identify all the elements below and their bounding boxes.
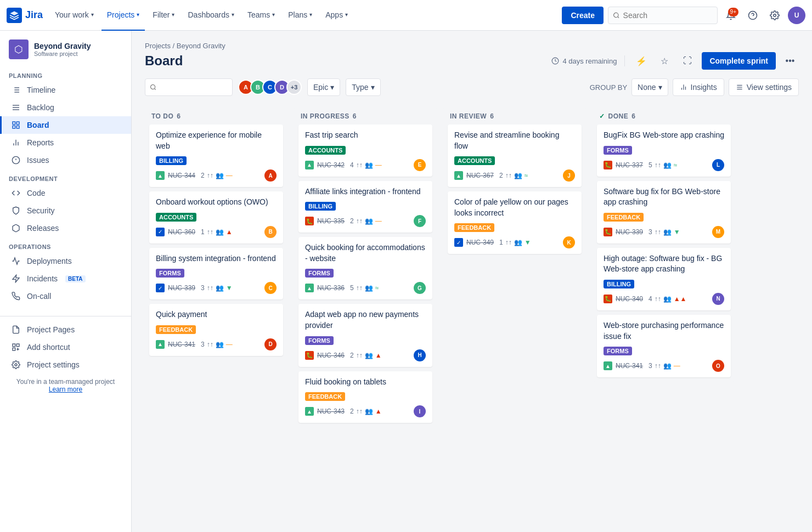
- card-nuc-340[interactable]: High outage: Software bug fix - BG Web-s…: [597, 248, 731, 310]
- nav-teams[interactable]: Teams ▾: [242, 0, 280, 31]
- svg-point-0: [614, 13, 618, 17]
- card-nuc-336[interactable]: Quick booking for accommodations - websi…: [298, 237, 432, 299]
- avatar-more[interactable]: +3: [286, 80, 302, 95]
- sidebar-item-add-shortcut[interactable]: Add shortcut: [0, 338, 131, 356]
- card-footer: 🐛 NUC-335 2 ↑↑ 👥 — F: [305, 215, 426, 227]
- card-nuc-367[interactable]: Revise and streamline booking flow ACCOU…: [448, 124, 582, 187]
- star-button[interactable]: ☆: [656, 52, 673, 70]
- breadcrumb-project-name[interactable]: Beyond Gravity: [177, 42, 225, 50]
- card-title: Software bug fix for BG Web-store app cr…: [604, 186, 724, 208]
- card-nuc-349[interactable]: Color of pale yellow on our pages looks …: [448, 191, 582, 254]
- sidebar-item-code[interactable]: Code: [0, 184, 131, 202]
- card-title: Optimize experience for mobile web: [156, 130, 277, 151]
- card-nuc-339[interactable]: Billing system integration - frontend FO…: [149, 248, 283, 300]
- deployments-label: Deployments: [27, 257, 72, 265]
- card-avatar: I: [414, 405, 426, 417]
- sidebar-item-project-pages[interactable]: Project Pages: [0, 321, 131, 338]
- group-by-dropdown[interactable]: None ▾: [631, 78, 668, 96]
- card-meta: 2 ↑↑ 👥 ▲: [350, 408, 382, 415]
- card-tag: FEEDBACK: [454, 223, 494, 232]
- svg-rect-14: [13, 122, 15, 124]
- card-tag: FORMS: [305, 336, 334, 345]
- type-filter-button[interactable]: Type ▾: [346, 78, 380, 96]
- releases-label: Releases: [27, 224, 59, 233]
- header-actions: 4 days remaining ⚡ ☆ ⛶ Complete sprint •…: [551, 52, 799, 70]
- backlog-label: Backlog: [27, 103, 54, 112]
- sidebar-item-project-settings[interactable]: Project settings: [0, 356, 131, 373]
- sidebar-item-backlog[interactable]: Backlog: [0, 99, 131, 116]
- user-avatar[interactable]: U: [788, 7, 805, 24]
- card-nuc-360[interactable]: Onboard workout options (OWO) ACCOUNTS ✓…: [149, 191, 283, 244]
- sidebar-item-on-call[interactable]: On-call: [0, 287, 131, 305]
- card-footer: 🐛 NUC-346 2 ↑↑ 👥 ▲ H: [305, 349, 426, 361]
- view-settings-button[interactable]: View settings: [729, 78, 799, 96]
- card-footer: ✓ NUC-360 1 ↑↑ 👥 ▲ B: [156, 226, 277, 238]
- beta-badge: BETA: [65, 275, 85, 282]
- card-nuc-343[interactable]: Fluid booking on tablets FEEDBACK ▲ NUC-…: [298, 371, 432, 423]
- column-cards-inreview: Revise and streamline booking flow ACCOU…: [443, 124, 586, 258]
- deployments-icon: [10, 257, 21, 265]
- card-footer: ▲ NUC-336 5 ↑↑ 👥 ≈ G: [305, 282, 426, 294]
- card-nuc-342[interactable]: Fast trip search ACCOUNTS ▲ NUC-342 4 ↑↑…: [298, 124, 432, 177]
- card-tag: FORMS: [604, 347, 632, 355]
- notifications-button[interactable]: 9+: [722, 7, 740, 24]
- app-logo[interactable]: Jira: [7, 8, 43, 23]
- help-button[interactable]: [744, 7, 762, 24]
- card-nuc-346[interactable]: Adapt web app no new payments provider F…: [298, 304, 432, 366]
- sidebar-item-timeline[interactable]: Timeline: [0, 81, 131, 99]
- sidebar-item-incidents[interactable]: Incidents BETA: [0, 270, 131, 287]
- expand-button[interactable]: ⛶: [679, 52, 696, 70]
- caret-icon: ▾: [345, 12, 348, 18]
- sidebar-item-security[interactable]: Security: [0, 202, 131, 219]
- breadcrumb: Projects / Beyond Gravity: [145, 42, 799, 50]
- card-nuc-339-done[interactable]: Software bug fix for BG Web-store app cr…: [597, 181, 731, 244]
- nav-your-work[interactable]: Your work ▾: [49, 0, 99, 31]
- epic-filter-button[interactable]: Epic ▾: [307, 78, 340, 96]
- insights-button[interactable]: Insights: [673, 78, 724, 96]
- card-nuc-344[interactable]: Optimize experience for mobile web BILLI…: [149, 124, 283, 187]
- card-nuc-341-done[interactable]: Web-store purchasing performance issue f…: [597, 315, 731, 377]
- card-tag: BILLING: [305, 202, 336, 211]
- board-label: Board: [27, 121, 49, 129]
- card-avatar: H: [414, 349, 426, 361]
- sidebar-item-reports[interactable]: Reports: [0, 134, 131, 151]
- card-nuc-341-todo[interactable]: Quick payment FEEDBACK ▲ NUC-341 3 ↑↑ 👥 …: [149, 304, 283, 356]
- card-footer: ▲ NUC-367 2 ↑↑ 👥 ≈ J: [454, 169, 575, 182]
- sidebar-item-issues[interactable]: Issues: [0, 151, 131, 169]
- reports-label: Reports: [27, 138, 54, 147]
- sidebar-item-board[interactable]: Board: [0, 116, 131, 134]
- issue-id: NUC-346: [317, 352, 345, 359]
- nav-dashboards[interactable]: Dashboards ▾: [182, 0, 240, 31]
- settings-button[interactable]: [766, 7, 783, 24]
- issue-id: NUC-343: [317, 408, 345, 415]
- card-meta: 2 ↑↑ 👥 ≈: [499, 172, 528, 179]
- column-todo: TO DO 6 Optimize experience for mobile w…: [145, 107, 287, 360]
- sidebar-item-releases[interactable]: Releases: [0, 219, 131, 237]
- card-title: Quick payment: [156, 309, 277, 320]
- sidebar-item-deployments[interactable]: Deployments: [0, 252, 131, 270]
- card-nuc-335[interactable]: Affiliate links integration - frontend B…: [298, 181, 432, 233]
- card-title: Revise and streamline booking flow: [454, 130, 575, 151]
- svg-rect-26: [16, 344, 19, 347]
- card-meta: 2 ↑↑ 👥 ▲: [350, 352, 382, 359]
- search-input[interactable]: [623, 11, 713, 20]
- board-search[interactable]: [145, 78, 233, 96]
- nav-apps[interactable]: Apps ▾: [320, 0, 353, 31]
- card-nuc-337[interactable]: BugFix BG Web-store app crashing FORMS 🐛…: [597, 124, 731, 177]
- nav-plans[interactable]: Plans ▾: [283, 0, 318, 31]
- lightning-button[interactable]: ⚡: [633, 52, 650, 70]
- create-button[interactable]: Create: [562, 7, 604, 24]
- learn-more-link[interactable]: Learn more: [49, 386, 82, 393]
- search-box[interactable]: [608, 7, 718, 24]
- card-tag: FORMS: [156, 269, 184, 278]
- nav-filter[interactable]: Filter ▾: [147, 0, 180, 31]
- breadcrumb-projects[interactable]: Projects: [145, 42, 171, 50]
- nav-projects[interactable]: Projects ▾: [101, 0, 145, 31]
- board-search-input[interactable]: [160, 83, 228, 92]
- caret-icon: ▾: [330, 83, 334, 92]
- card-meta: 1 ↑↑ 👥 ▼: [499, 239, 531, 246]
- complete-sprint-button[interactable]: Complete sprint: [702, 52, 776, 70]
- more-options-button[interactable]: •••: [781, 52, 799, 70]
- card-avatar: D: [264, 338, 277, 350]
- card-title: Adapt web app no new payments provider: [305, 309, 426, 331]
